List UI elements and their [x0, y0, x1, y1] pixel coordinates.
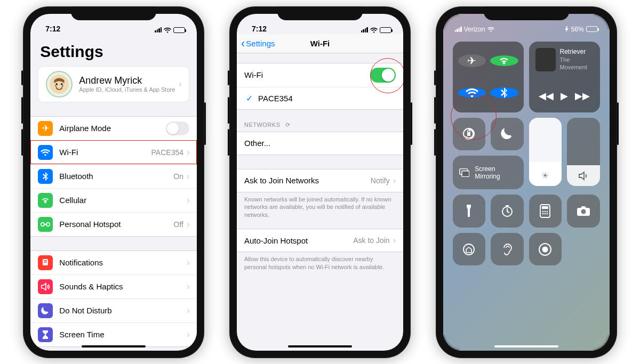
auto-hotspot-footer: Allow this device to automatically disco…	[237, 252, 403, 271]
dnd-label: Do Not Disturb	[59, 306, 187, 315]
wifi-toggle[interactable]	[370, 68, 396, 83]
ask-join-row[interactable]: Ask to Join Networks Notify ›	[237, 169, 403, 192]
cellular-row[interactable]: Cellular ›	[30, 188, 197, 212]
wifi-master-label: Wi-Fi	[244, 70, 370, 79]
camera-button[interactable]	[567, 195, 600, 228]
svg-point-28	[581, 209, 586, 214]
chevron-left-icon: ‹	[241, 41, 245, 46]
hourglass-icon	[38, 327, 53, 342]
svg-point-21	[542, 211, 544, 213]
flashlight-button[interactable]	[453, 195, 486, 228]
connectivity-module: ✈︎	[453, 42, 524, 112]
svg-point-24	[542, 213, 544, 215]
wifi-icon	[370, 27, 378, 33]
hearing-button[interactable]	[491, 233, 524, 266]
connected-network-row[interactable]: ✓ PACE354	[237, 87, 403, 109]
auto-hotspot-value: Ask to Join	[353, 236, 389, 245]
chevron-icon: ›	[187, 196, 189, 205]
timer-button[interactable]	[491, 195, 524, 228]
battery-icon	[586, 26, 598, 32]
phone-settings: 7:12 Settings Andrew Myrick Apple ID, iC…	[23, 6, 204, 358]
home-indicator[interactable]	[494, 345, 558, 347]
nav-bar: ‹ Settings Wi-Fi	[237, 34, 403, 53]
svg-rect-14	[467, 132, 470, 136]
screen-record-button[interactable]	[529, 233, 562, 266]
prev-button[interactable]: ◀◀	[539, 90, 554, 102]
screentime-row[interactable]: Screen Time ›	[30, 322, 197, 346]
profile-name: Andrew Myrick	[79, 75, 179, 86]
chevron-icon: ›	[179, 79, 181, 89]
auto-hotspot-row[interactable]: Auto-Join Hotspot Ask to Join ›	[237, 229, 403, 252]
page-title: Settings	[30, 34, 197, 66]
volume-icon	[578, 171, 589, 181]
chevron-icon: ›	[393, 176, 396, 185]
auto-hotspot-label: Auto-Join Hotspot	[244, 236, 353, 245]
hotspot-label: Personal Hotspot	[59, 220, 173, 229]
carrier-label: Verizon	[464, 26, 485, 33]
svg-rect-8	[44, 262, 47, 263]
track-title: Retriever	[560, 48, 594, 56]
svg-point-31	[542, 246, 548, 252]
ask-join-footer: Known networks will be joined automatica…	[237, 192, 403, 220]
wifi-label: Wi-Fi	[59, 148, 151, 157]
screen-mirroring-button[interactable]: Screen Mirroring	[453, 156, 524, 189]
wifi-row[interactable]: Wi-Fi PACE354 ›	[30, 140, 197, 164]
back-button[interactable]: ‹ Settings	[241, 39, 275, 48]
bluetooth-toggle[interactable]	[490, 87, 518, 98]
airplane-mode-row[interactable]: ✈︎ Airplane Mode	[30, 117, 197, 140]
bt-value: On	[173, 172, 183, 181]
home-button[interactable]	[453, 233, 486, 266]
home-indicator[interactable]	[82, 345, 146, 347]
chevron-icon: ›	[187, 306, 189, 316]
airplane-label: Airplane Mode	[59, 124, 166, 133]
svg-point-2	[61, 83, 63, 85]
svg-point-0	[50, 74, 69, 93]
wifi-icon	[164, 27, 171, 33]
mirror-icon	[459, 168, 470, 177]
signal-icon	[455, 27, 462, 32]
airplane-toggle[interactable]	[166, 122, 189, 135]
profile-row[interactable]: Andrew Myrick Apple ID, iCloud, iTunes &…	[38, 67, 189, 102]
next-button[interactable]: ▶▶	[575, 90, 590, 102]
svg-point-26	[547, 213, 548, 215]
svg-point-29	[463, 244, 474, 255]
cellular-label: Cellular	[59, 196, 187, 205]
notifications-label: Notifications	[59, 258, 187, 267]
signal-icon	[155, 27, 162, 33]
notifications-row[interactable]: Notifications ›	[30, 251, 197, 274]
wifi-toggle[interactable]	[458, 88, 486, 98]
cellular-toggle[interactable]	[490, 55, 518, 66]
home-indicator[interactable]	[288, 345, 352, 347]
sounds-icon	[38, 279, 53, 294]
brightness-slider[interactable]: ☀︎	[529, 118, 562, 186]
sounds-row[interactable]: Sounds & Haptics ›	[30, 274, 197, 298]
airplane-toggle[interactable]: ✈︎	[458, 54, 486, 67]
status-time: 7:12	[252, 25, 267, 33]
music-module[interactable]: Retriever The Movement ◀◀ ▶ ▶▶	[529, 42, 600, 112]
phone-wifi: 7:12 ‹ Settings Wi-Fi Wi-Fi ✓ PACE354	[229, 6, 411, 358]
dnd-row[interactable]: Do Not Disturb ›	[30, 298, 197, 322]
play-button[interactable]: ▶	[561, 90, 568, 102]
orientation-lock-toggle[interactable]	[453, 118, 486, 151]
hotspot-row[interactable]: Personal Hotspot Off ›	[30, 212, 197, 236]
signal-icon	[361, 27, 368, 33]
chevron-icon: ›	[393, 236, 396, 245]
ask-join-label: Ask to Join Networks	[244, 176, 371, 185]
wifi-icon	[487, 27, 494, 32]
chevron-icon: ›	[187, 258, 189, 268]
dnd-toggle[interactable]	[491, 118, 524, 151]
other-network-row[interactable]: Other...	[237, 132, 403, 155]
status-time: 7:12	[45, 25, 60, 33]
spinner-icon: ⟳	[285, 122, 291, 128]
chevron-icon: ›	[187, 330, 189, 339]
bluetooth-row[interactable]: Bluetooth On ›	[30, 164, 197, 188]
volume-slider[interactable]	[567, 118, 600, 186]
avatar-icon	[46, 71, 73, 98]
calculator-button[interactable]	[529, 195, 562, 228]
wifi-master-row: Wi-Fi	[237, 63, 403, 87]
bluetooth-icon	[38, 169, 53, 184]
wifi-icon	[38, 145, 53, 160]
moon-icon	[38, 303, 53, 318]
svg-point-25	[545, 213, 546, 215]
svg-point-1	[56, 83, 58, 85]
